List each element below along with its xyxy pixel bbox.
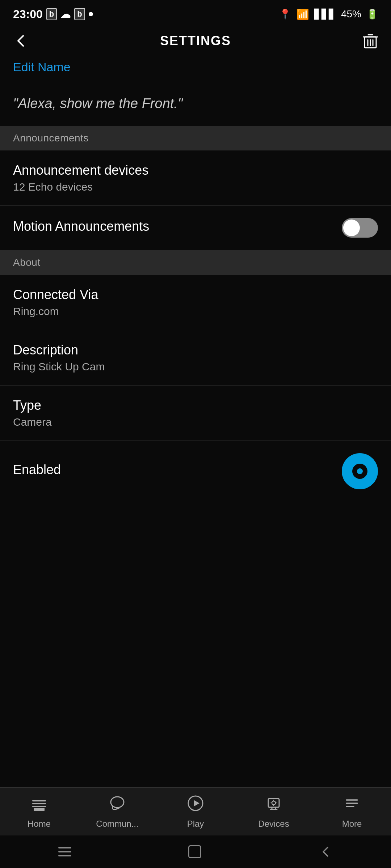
- sys-nav-home[interactable]: [188, 845, 201, 858]
- more-label: More: [342, 819, 362, 829]
- voice-command-text: "Alexa, show me the Front.": [0, 85, 391, 126]
- home-label: Home: [28, 819, 51, 829]
- more-icon: [344, 795, 360, 815]
- wifi-icon: 📶: [297, 8, 309, 20]
- communicate-icon: [109, 795, 126, 815]
- svg-rect-3: [32, 800, 46, 801]
- svg-rect-2: [32, 803, 46, 804]
- header: SETTINGS: [0, 25, 391, 56]
- status-cloud-icon: ☁: [60, 8, 71, 20]
- setting-item-motion-announcements[interactable]: Motion Announcements: [0, 206, 391, 250]
- location-icon: 📍: [279, 8, 291, 20]
- status-dot: [89, 12, 93, 16]
- play-label: Play: [187, 819, 204, 829]
- svg-point-9: [272, 801, 276, 805]
- description-subtitle: Ring Stick Up Cam: [13, 361, 378, 373]
- sys-nav-recents[interactable]: [58, 847, 71, 856]
- setting-item-text: Motion Announcements: [13, 219, 342, 237]
- nav-item-more[interactable]: More: [325, 795, 379, 829]
- bottom-navigation: Home Commun... Play: [0, 787, 391, 835]
- status-left: 23:00 b ☁ b: [13, 8, 93, 21]
- status-time: 23:00: [13, 8, 43, 21]
- description-title: Description: [13, 342, 378, 358]
- setting-item-text: Type Camera: [13, 398, 378, 428]
- section-header-announcements: Announcements: [0, 126, 391, 150]
- status-icon-b1: b: [46, 8, 57, 20]
- alexa-enabled-button[interactable]: [342, 453, 378, 489]
- edit-name-link[interactable]: Edit Name: [0, 56, 391, 85]
- system-navigation: [0, 835, 391, 868]
- status-bar: 23:00 b ☁ b 📍 📶 ▋▋▋ 45% 🔋: [0, 0, 391, 25]
- motion-announcements-toggle[interactable]: [342, 218, 378, 238]
- nav-item-play[interactable]: Play: [168, 795, 223, 829]
- announcement-devices-subtitle: 12 Echo devices: [13, 181, 378, 193]
- connected-via-title: Connected Via: [13, 287, 378, 302]
- status-icon-b2: b: [74, 8, 85, 20]
- status-right: 📍 📶 ▋▋▋ 45% 🔋: [279, 8, 378, 20]
- back-chevron-icon: [318, 844, 333, 859]
- signal-icon: ▋▋▋: [314, 9, 336, 20]
- setting-item-text: Enabled: [13, 462, 342, 480]
- alexa-dot: [357, 468, 363, 474]
- battery-text: 45%: [341, 8, 361, 20]
- communicate-label: Commun...: [96, 819, 138, 829]
- svg-point-5: [111, 797, 124, 808]
- nav-item-home[interactable]: Home: [12, 795, 66, 829]
- delete-button[interactable]: [363, 33, 378, 49]
- type-subtitle: Camera: [13, 416, 378, 428]
- setting-item-announcement-devices[interactable]: Announcement devices 12 Echo devices: [0, 150, 391, 206]
- devices-label: Devices: [258, 819, 289, 829]
- type-title: Type: [13, 398, 378, 413]
- announcement-devices-title: Announcement devices: [13, 163, 378, 178]
- svg-rect-4: [34, 808, 45, 811]
- play-icon: [187, 795, 204, 815]
- enabled-title: Enabled: [13, 462, 342, 477]
- devices-icon: [265, 795, 282, 815]
- setting-item-text: Connected Via Ring.com: [13, 287, 378, 318]
- section-header-about: About: [0, 250, 391, 275]
- connected-via-subtitle: Ring.com: [13, 305, 378, 318]
- motion-announcements-title: Motion Announcements: [13, 219, 342, 234]
- home-square-icon: [188, 845, 201, 858]
- alexa-inner: [352, 464, 367, 479]
- setting-item-description[interactable]: Description Ring Stick Up Cam: [0, 330, 391, 386]
- sys-nav-back[interactable]: [318, 844, 333, 859]
- setting-item-enabled[interactable]: Enabled: [0, 441, 391, 502]
- back-button[interactable]: [13, 33, 29, 49]
- setting-item-text: Description Ring Stick Up Cam: [13, 342, 378, 373]
- home-icon: [31, 795, 47, 815]
- setting-item-type[interactable]: Type Camera: [0, 386, 391, 441]
- svg-rect-1: [32, 806, 46, 807]
- battery-icon: 🔋: [366, 9, 378, 20]
- nav-item-communicate[interactable]: Commun...: [90, 795, 144, 829]
- setting-item-connected-via[interactable]: Connected Via Ring.com: [0, 275, 391, 330]
- nav-item-devices[interactable]: Devices: [247, 795, 301, 829]
- setting-item-text: Announcement devices 12 Echo devices: [13, 163, 378, 193]
- recents-icon: [58, 847, 71, 856]
- header-title: SETTINGS: [160, 33, 231, 48]
